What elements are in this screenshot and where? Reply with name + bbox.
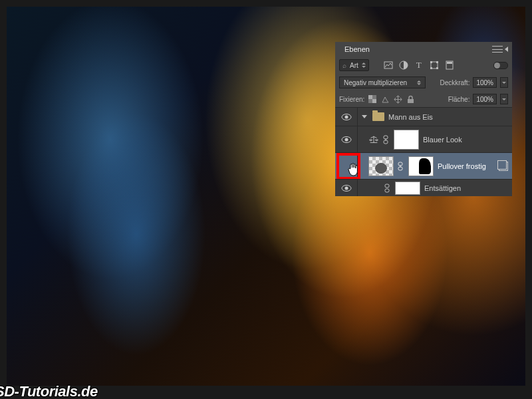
filter-smart-icon[interactable] bbox=[444, 59, 456, 71]
eye-icon bbox=[341, 184, 352, 192]
watermark-text: SD-Tutorials.de bbox=[0, 383, 98, 399]
link-icon bbox=[384, 184, 391, 193]
lock-label: Fixieren: bbox=[339, 96, 364, 103]
lock-all-icon[interactable] bbox=[406, 94, 415, 104]
visibility-toggle[interactable] bbox=[335, 153, 358, 179]
layer-group[interactable]: Mann aus Eis bbox=[335, 107, 512, 126]
filter-toggle[interactable] bbox=[493, 62, 508, 69]
layer-name[interactable]: Mann aus Eis bbox=[388, 113, 508, 121]
layers-tab[interactable]: Ebenen bbox=[339, 43, 375, 55]
blend-mode-dropdown[interactable]: Negativ multiplizieren bbox=[339, 76, 426, 88]
collapse-arrow-icon[interactable] bbox=[505, 47, 508, 52]
svg-point-14 bbox=[344, 115, 348, 118]
fill-value[interactable]: 100% bbox=[473, 94, 497, 104]
svg-rect-10 bbox=[368, 95, 372, 99]
panel-header: Ebenen bbox=[335, 42, 512, 57]
blend-row: Negativ multiplizieren Deckkraft: 100% bbox=[335, 74, 512, 91]
layer-row-selected[interactable]: Pullover frostig bbox=[335, 152, 512, 179]
link-icon bbox=[398, 162, 404, 171]
mask-thumbnail[interactable] bbox=[394, 130, 419, 150]
visibility-toggle[interactable] bbox=[335, 126, 358, 152]
svg-rect-4 bbox=[436, 61, 438, 63]
svg-rect-12 bbox=[408, 99, 414, 103]
lock-position-icon[interactable] bbox=[393, 94, 402, 104]
layer-name[interactable]: Blauer Look bbox=[423, 136, 508, 144]
lock-image-icon[interactable] bbox=[380, 94, 390, 104]
svg-rect-5 bbox=[430, 67, 432, 69]
visibility-toggle[interactable] bbox=[335, 180, 358, 196]
svg-rect-25 bbox=[385, 184, 389, 188]
svg-rect-0 bbox=[384, 62, 392, 68]
lock-row: Fixieren: Fläche: 100% bbox=[335, 91, 512, 107]
fill-label: Fläche: bbox=[448, 96, 470, 103]
svg-point-24 bbox=[344, 186, 348, 190]
smart-filter-icon[interactable] bbox=[499, 162, 508, 171]
filter-label: Art bbox=[350, 62, 358, 69]
filter-shape-icon[interactable] bbox=[428, 59, 440, 71]
filter-pixel-icon[interactable] bbox=[382, 59, 394, 71]
layers-panel: Ebenen ⌕ Art T Negativ multiplizieren bbox=[335, 42, 512, 196]
filter-row: ⌕ Art T bbox=[335, 57, 512, 74]
svg-rect-3 bbox=[430, 61, 432, 63]
layer-row[interactable]: Blauer Look bbox=[335, 126, 512, 152]
layer-name[interactable]: Entsättigen bbox=[424, 184, 508, 192]
filter-type-icon[interactable]: T bbox=[413, 59, 425, 71]
filter-type-dropdown[interactable]: ⌕ Art bbox=[339, 59, 369, 71]
link-icon bbox=[383, 135, 390, 144]
svg-rect-8 bbox=[447, 62, 452, 64]
fill-flyout[interactable] bbox=[500, 94, 508, 104]
visibility-toggle[interactable] bbox=[335, 108, 358, 126]
panel-menu-button[interactable] bbox=[492, 45, 503, 54]
layer-row[interactable]: Entsättigen bbox=[335, 179, 512, 196]
lock-transparent-icon[interactable] bbox=[368, 94, 377, 104]
mask-thumbnail[interactable] bbox=[408, 156, 434, 176]
filter-adjustment-icon[interactable] bbox=[398, 59, 410, 71]
svg-point-16 bbox=[344, 138, 348, 141]
opacity-label: Deckkraft: bbox=[440, 79, 469, 86]
eye-icon bbox=[341, 136, 352, 144]
eye-icon bbox=[341, 113, 352, 121]
mask-thumbnail[interactable] bbox=[395, 182, 420, 195]
blend-mode-value: Negativ multiplizieren bbox=[344, 79, 407, 86]
layer-thumbnail[interactable] bbox=[368, 156, 394, 176]
svg-rect-11 bbox=[372, 99, 376, 103]
disclosure-triangle-icon[interactable] bbox=[362, 115, 367, 118]
svg-rect-26 bbox=[385, 189, 389, 192]
svg-rect-6 bbox=[436, 67, 438, 69]
folder-icon bbox=[372, 112, 384, 121]
search-icon: ⌕ bbox=[342, 62, 346, 69]
opacity-value[interactable]: 100% bbox=[473, 77, 497, 88]
opacity-flyout[interactable] bbox=[500, 77, 508, 88]
layer-name[interactable]: Pullover frostig bbox=[438, 162, 495, 170]
color-balance-icon bbox=[368, 134, 379, 145]
